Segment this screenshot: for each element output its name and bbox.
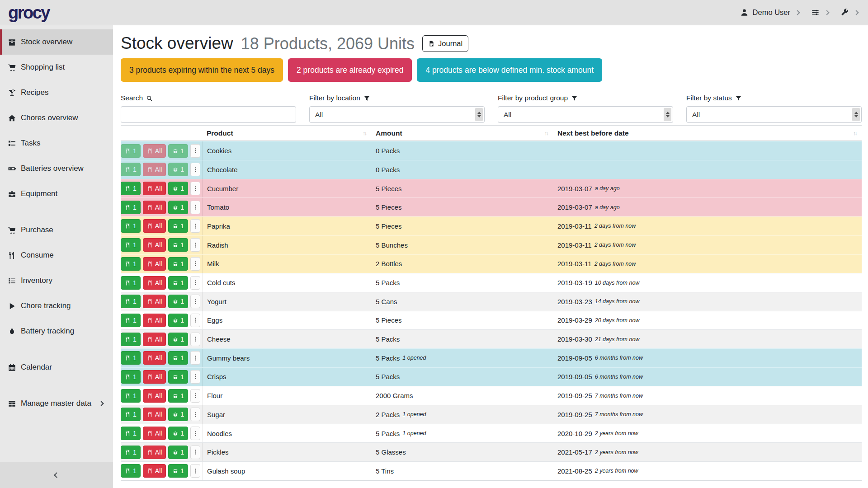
open-one-button[interactable]: 1 [168, 219, 188, 233]
date-column-header[interactable]: Next best before date [557, 129, 629, 137]
consume-one-button[interactable]: 1 [121, 201, 141, 214]
sidebar-item-recipes[interactable]: Recipes [0, 80, 113, 105]
open-one-button[interactable]: 1 [168, 446, 188, 459]
consume-one-button[interactable]: 1 [121, 295, 141, 308]
sidebar-item-chore-tracking[interactable]: Chore tracking [0, 293, 113, 319]
sidebar-item-chores-overview[interactable]: Chores overview [0, 105, 113, 131]
open-one-button[interactable]: 1 [168, 257, 188, 271]
grocy-logo[interactable]: grocy [8, 4, 49, 21]
row-menu-button[interactable] [190, 333, 200, 346]
open-one-button[interactable]: 1 [168, 389, 188, 403]
consume-all-button[interactable]: All [143, 333, 166, 346]
consume-all-button[interactable]: All [143, 446, 166, 459]
consume-one-button[interactable]: 1 [121, 238, 141, 252]
open-one-button[interactable]: 1 [168, 370, 188, 384]
consume-one-button[interactable]: 1 [121, 144, 141, 158]
consume-all-button[interactable]: All [143, 464, 166, 478]
consume-one-button[interactable]: 1 [121, 464, 141, 478]
consume-one-button[interactable]: 1 [121, 446, 141, 459]
row-menu-button[interactable] [190, 314, 200, 327]
location-select[interactable]: All [309, 106, 485, 123]
consume-one-button[interactable]: 1 [121, 389, 141, 403]
open-one-button[interactable]: 1 [168, 427, 188, 440]
consume-all-button[interactable]: All [143, 276, 166, 290]
sidebar-collapse-button[interactable] [0, 462, 113, 488]
sidebar-item-equipment[interactable]: Equipment [0, 181, 113, 206]
row-menu-button[interactable] [190, 370, 200, 384]
consume-one-button[interactable]: 1 [121, 333, 141, 346]
sort-icon[interactable]: ↑↓ [853, 130, 856, 136]
sort-icon[interactable]: ↑↓ [544, 130, 547, 136]
consume-all-button[interactable]: All [143, 257, 166, 271]
row-menu-button[interactable] [190, 163, 200, 176]
below-min-stock-alert[interactable]: 4 products are below defined min. stock … [417, 58, 602, 82]
consume-one-button[interactable]: 1 [121, 408, 141, 421]
sort-icon[interactable]: ↑↓ [363, 130, 366, 136]
open-one-button[interactable]: 1 [168, 333, 188, 346]
consume-one-button[interactable]: 1 [121, 314, 141, 327]
consume-all-button[interactable]: All [143, 163, 166, 176]
consume-all-button[interactable]: All [143, 389, 166, 403]
search-input[interactable] [121, 106, 296, 123]
consume-all-button[interactable]: All [143, 219, 166, 233]
sidebar-item-shopping-list[interactable]: Shopping list [0, 55, 113, 80]
consume-one-button[interactable]: 1 [121, 370, 141, 384]
consume-all-button[interactable]: All [143, 351, 166, 365]
row-menu-button[interactable] [190, 276, 200, 290]
consume-all-button[interactable]: All [143, 314, 166, 327]
consume-one-button[interactable]: 1 [121, 163, 141, 176]
product-group-select[interactable]: All [498, 106, 673, 123]
sidebar-item-manage-master-data[interactable]: Manage master data [0, 391, 113, 416]
status-select[interactable]: All [686, 106, 862, 123]
amount-column-header[interactable]: Amount [376, 129, 402, 137]
row-menu-button[interactable] [190, 408, 200, 421]
sidebar-item-stock-overview[interactable]: Stock overview [0, 29, 113, 55]
open-one-button[interactable]: 1 [168, 408, 188, 421]
open-one-button[interactable]: 1 [168, 144, 188, 158]
open-one-button[interactable]: 1 [168, 351, 188, 365]
row-menu-button[interactable] [190, 201, 200, 214]
admin-menu[interactable] [840, 8, 858, 17]
consume-one-button[interactable]: 1 [121, 276, 141, 290]
sidebar-item-consume[interactable]: Consume [0, 243, 113, 268]
open-one-button[interactable]: 1 [168, 201, 188, 214]
row-menu-button[interactable] [190, 351, 200, 365]
row-menu-button[interactable] [190, 257, 200, 271]
sidebar-item-inventory[interactable]: Inventory [0, 268, 113, 293]
open-one-button[interactable]: 1 [168, 182, 188, 195]
consume-one-button[interactable]: 1 [121, 257, 141, 271]
open-one-button[interactable]: 1 [168, 295, 188, 308]
journal-button[interactable]: Journal [422, 35, 468, 52]
expired-products-alert[interactable]: 2 products are already expired [288, 58, 412, 82]
expiring-products-alert[interactable]: 3 products expiring within the next 5 da… [121, 58, 283, 82]
consume-all-button[interactable]: All [143, 238, 166, 252]
row-menu-button[interactable] [190, 389, 200, 403]
consume-all-button[interactable]: All [143, 427, 166, 440]
sidebar-item-tasks[interactable]: Tasks [0, 131, 113, 156]
consume-all-button[interactable]: All [143, 370, 166, 384]
sidebar-item-batteries-overview[interactable]: Batteries overview [0, 156, 113, 181]
consume-one-button[interactable]: 1 [121, 351, 141, 365]
open-one-button[interactable]: 1 [168, 163, 188, 176]
consume-one-button[interactable]: 1 [121, 182, 141, 195]
consume-one-button[interactable]: 1 [121, 219, 141, 233]
consume-all-button[interactable]: All [143, 295, 166, 308]
consume-all-button[interactable]: All [143, 408, 166, 421]
row-menu-button[interactable] [190, 427, 200, 440]
open-one-button[interactable]: 1 [168, 276, 188, 290]
sidebar-item-calendar[interactable]: Calendar [0, 355, 113, 380]
row-menu-button[interactable] [190, 464, 200, 478]
user-menu[interactable]: Demo User [740, 8, 799, 17]
row-menu-button[interactable] [190, 144, 200, 158]
sidebar-item-purchase[interactable]: Purchase [0, 217, 113, 243]
open-one-button[interactable]: 1 [168, 314, 188, 327]
row-menu-button[interactable] [190, 295, 200, 308]
sidebar-item-battery-tracking[interactable]: Battery tracking [0, 319, 113, 344]
open-one-button[interactable]: 1 [168, 238, 188, 252]
open-one-button[interactable]: 1 [168, 464, 188, 478]
row-menu-button[interactable] [190, 182, 200, 195]
consume-one-button[interactable]: 1 [121, 427, 141, 440]
product-column-header[interactable]: Product [207, 129, 233, 137]
row-menu-button[interactable] [190, 446, 200, 459]
consume-all-button[interactable]: All [143, 144, 166, 158]
